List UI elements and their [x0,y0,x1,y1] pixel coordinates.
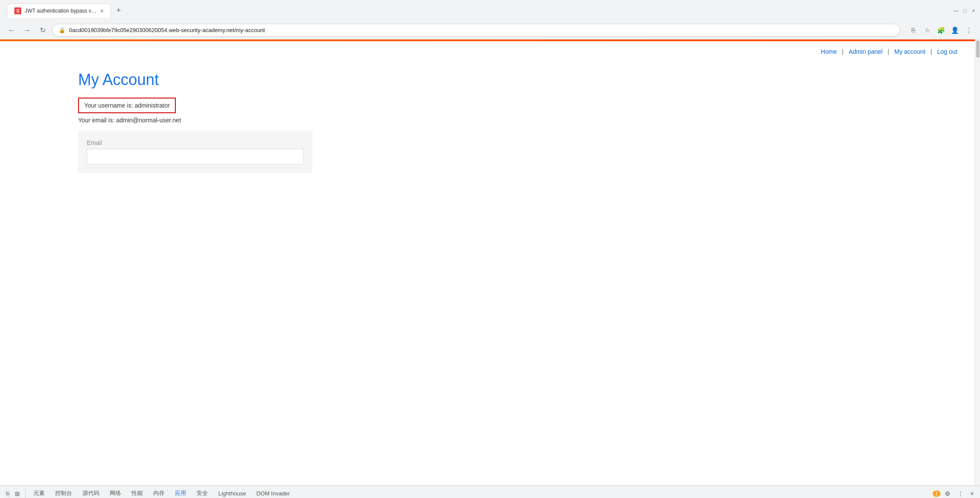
nav-links: Home | Admin panel | My account | Log ou… [0,41,975,62]
url-text: 0acd0019039bfe79c05e290300620054.web-sec… [69,27,894,33]
tab-favicon: S [14,7,21,14]
scrollbar[interactable] [975,39,980,485]
nav-separator-2: | [888,48,891,55]
devtools-tab-memory[interactable]: 内存 [148,486,170,498]
title-bar: S JWT authentication bypass via... × + —… [0,0,980,21]
email-form: Email [78,131,312,173]
devtools-tab-network[interactable]: 网络 [105,486,126,498]
close-button[interactable]: × [970,8,977,14]
menu-icon[interactable]: ⋮ [963,24,975,36]
scroll-thumb[interactable] [976,40,980,58]
devtools-inspect-button[interactable]: ⎘ [3,488,12,498]
page-title: My Account [78,71,897,89]
devtools-toolbar: ⎘ ⊞ 元素 控制台 源代码 网络 性能 内存 应用 安全 Lighthouse… [0,486,980,498]
email-field-label: Email [87,139,304,146]
bookmark-icon[interactable]: ☆ [921,24,933,36]
home-link[interactable]: Home [821,48,837,55]
page-area: Home | Admin panel | My account | Log ou… [0,39,980,485]
devtools-tab-source[interactable]: 源代码 [77,486,105,498]
devtools-tab-console[interactable]: 控制台 [50,486,77,498]
refresh-button[interactable]: ↻ [36,24,49,36]
maximize-button[interactable]: □ [962,8,968,14]
forward-button[interactable]: → [21,24,33,36]
devtools-tab-application[interactable]: 应用 [170,486,191,498]
devtools-device-button[interactable]: ⊞ [12,488,23,498]
devtools-tab-performance[interactable]: 性能 [126,486,148,498]
address-bar[interactable]: 🔒 0acd0019039bfe79c05e290300620054.web-s… [52,24,900,36]
email-input[interactable] [87,149,304,164]
devtools-more-button[interactable]: ⋮ [955,488,966,498]
devtools-close-button[interactable]: × [968,488,977,498]
tab-title: JWT authentication bypass via... [25,8,97,14]
tab-close-button[interactable]: × [100,7,104,14]
nav-separator-1: | [842,48,845,55]
minimize-button[interactable]: — [953,8,959,14]
address-bar-row: ← → ↻ 🔒 0acd0019039bfe79c05e290300620054… [0,21,980,39]
devtools-tab-security[interactable]: 安全 [191,486,213,498]
devtools-tab-dominvader[interactable]: DOM Invader [251,487,295,498]
log-out-link[interactable]: Log out [937,48,957,55]
admin-panel-link[interactable]: Admin panel [849,48,883,55]
devtools-tab-lighthouse[interactable]: Lighthouse [213,487,251,498]
devtools-tab-elements[interactable]: 元素 [28,486,50,498]
nav-separator-3: | [931,48,934,55]
my-account-link[interactable]: My account [894,48,926,55]
cast-icon[interactable]: ⎘ [907,24,919,36]
devtools-actions: 1 ⚙ ⋮ × [933,488,977,498]
tab-bar: S JWT authentication bypass via... × + [3,3,130,19]
active-tab[interactable]: S JWT authentication bypass via... × [7,3,111,18]
back-button[interactable]: ← [5,24,17,36]
devtools-panel: ⎘ ⊞ 元素 控制台 源代码 网络 性能 内存 应用 安全 Lighthouse… [0,485,980,498]
email-line: Your email is: admin@normal-user.net [78,117,897,124]
devtools-settings-button[interactable]: ⚙ [942,488,953,498]
browser-content: Home | Admin panel | My account | Log ou… [0,39,975,485]
new-tab-button[interactable]: + [111,3,126,19]
username-box: Your username is: administrator [78,98,176,113]
window-controls: — □ × [953,8,977,14]
browser-chrome: S JWT authentication bypass via... × + —… [0,0,980,39]
extension-icon[interactable]: 🧩 [935,24,947,36]
devtools-badge: 1 [933,491,941,497]
devtools-separator [25,489,26,498]
security-indicator: 🔒 [59,27,66,33]
profile-icon[interactable]: 👤 [949,24,961,36]
main-content: My Account Your username is: administrat… [0,62,975,190]
toolbar-icons: ⎘ ☆ 🧩 👤 ⋮ [907,24,975,36]
